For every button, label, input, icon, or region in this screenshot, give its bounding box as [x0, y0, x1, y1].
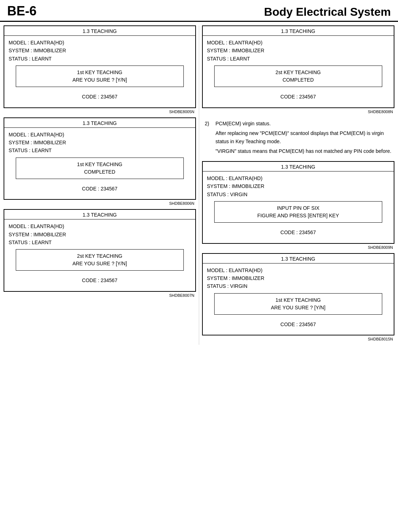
panel-mid-right: 1.3 TEACHING MODEL : ELANTRA(HD) SYSTEM … — [202, 161, 395, 252]
desc-item: 2) PCM(ECM) virgin status. — [205, 120, 393, 128]
code-8008: CODE : 234567 — [207, 90, 390, 104]
screen-body-8006: MODEL : ELANTRA(HD) SYSTEM : IMMOBILIZER… — [4, 128, 195, 199]
screen-header-8006: 1.3 TEACHING — [4, 118, 195, 128]
screen-body-8005: MODEL : ELANTRA(HD) SYSTEM : IMMOBILIZER… — [4, 36, 195, 107]
ref-8005: SHDBE8005N — [4, 109, 196, 116]
screen-box-8007: 1.3 TEACHING MODEL : ELANTRA(HD) SYSTEM … — [4, 209, 196, 292]
inner-box-8006: 1st KEY TEACHING COMPLETED — [16, 158, 184, 179]
code-8009: CODE : 234567 — [207, 226, 390, 240]
description-section: 2) PCM(ECM) virgin status. After replaci… — [202, 117, 395, 161]
screen-box-8006: 1.3 TEACHING MODEL : ELANTRA(HD) SYSTEM … — [4, 117, 196, 200]
code-8007: CODE : 234567 — [9, 274, 191, 288]
panel-top-left: 1.3 TEACHING MODEL : ELANTRA(HD) SYSTEM … — [4, 25, 196, 116]
system-8015: SYSTEM : IMMOBILIZER — [207, 274, 390, 282]
left-column: 1.3 TEACHING MODEL : ELANTRA(HD) SYSTEM … — [4, 25, 199, 345]
code-8005: CODE : 234567 — [9, 90, 191, 104]
status-8007: STATUS : LEARNT — [9, 238, 191, 246]
system-8007: SYSTEM : IMMOBILIZER — [9, 231, 191, 238]
status-8008: STATUS : LEARNT — [207, 55, 390, 63]
inner-line1-8009: INPUT PIN OF SIX — [217, 204, 380, 212]
system-8005: SYSTEM : IMMOBILIZER — [9, 47, 191, 54]
status-8015: STATUS : VIRGIN — [207, 282, 390, 290]
panel-bot-right: 1.3 TEACHING MODEL : ELANTRA(HD) SYSTEM … — [202, 253, 395, 344]
inner-line2-8015: ARE YOU SURE ? [Y/N] — [217, 304, 380, 311]
model-8006: MODEL : ELANTRA(HD) — [9, 131, 191, 139]
inner-line1-8006: 1st KEY TEACHING — [18, 161, 181, 168]
main-content: 1.3 TEACHING MODEL : ELANTRA(HD) SYSTEM … — [0, 22, 398, 345]
code-8015: CODE : 234567 — [207, 318, 390, 332]
inner-line1-8007: 2st KEY TEACHING — [18, 252, 181, 260]
desc-text2: After replacing new "PCM(ECM)" scantool … — [205, 129, 393, 146]
model-8005: MODEL : ELANTRA(HD) — [9, 39, 191, 47]
status-8006: STATUS : LEARNT — [9, 146, 191, 154]
screen-header-8007: 1.3 TEACHING — [4, 210, 195, 219]
model-8008: MODEL : ELANTRA(HD) — [207, 39, 390, 47]
screen-header-8008: 1.3 TEACHING — [203, 26, 394, 36]
code-8006: CODE : 234567 — [9, 182, 191, 196]
desc-item-num: 2) — [205, 120, 216, 128]
system-8008: SYSTEM : IMMOBILIZER — [207, 47, 390, 54]
inner-line1-8005: 1st KEY TEACHING — [18, 69, 181, 76]
inner-line2-8007: ARE YOU SURE ? [Y/N] — [18, 260, 181, 267]
ref-8008: SHDBE8008N — [202, 109, 395, 116]
right-column: 1.3 TEACHING MODEL : ELANTRA(HD) SYSTEM … — [199, 25, 395, 345]
panel-bot-left: 1.3 TEACHING MODEL : ELANTRA(HD) SYSTEM … — [4, 209, 196, 300]
inner-box-8005: 1st KEY TEACHING ARE YOU SURE ? [Y/N] — [16, 66, 184, 87]
status-8009: STATUS : VIRGIN — [207, 190, 390, 198]
panel-mid-left: 1.3 TEACHING MODEL : ELANTRA(HD) SYSTEM … — [4, 117, 196, 208]
model-8015: MODEL : ELANTRA(HD) — [207, 266, 390, 274]
ref-8015: SHDBE8015N — [202, 336, 395, 343]
panel-top-right: 1.3 TEACHING MODEL : ELANTRA(HD) SYSTEM … — [202, 25, 395, 116]
page-header: BE-6 Body Electrical System — [0, 0, 398, 22]
screen-header-8015: 1.3 TEACHING — [203, 254, 394, 263]
desc-text3: "VIRGIN" status means that PCM(ECM) has … — [205, 147, 393, 155]
screen-box-8015: 1.3 TEACHING MODEL : ELANTRA(HD) SYSTEM … — [202, 253, 395, 336]
screen-body-8015: MODEL : ELANTRA(HD) SYSTEM : IMMOBILIZER… — [203, 263, 394, 335]
ref-8007: SHDBE8007N — [4, 292, 196, 300]
system-8009: SYSTEM : IMMOBILIZER — [207, 182, 390, 190]
inner-box-8009: INPUT PIN OF SIX FIGURE AND PRESS [ENTER… — [214, 201, 383, 223]
screen-body-8007: MODEL : ELANTRA(HD) SYSTEM : IMMOBILIZER… — [4, 219, 195, 291]
inner-line2-8009: FIGURE AND PRESS [ENTER] KEY — [217, 212, 380, 219]
screen-box-8005: 1.3 TEACHING MODEL : ELANTRA(HD) SYSTEM … — [4, 25, 196, 108]
desc-text1: PCM(ECM) virgin status. — [216, 120, 271, 128]
inner-line1-8015: 1st KEY TEACHING — [217, 296, 380, 304]
screen-header-8005: 1.3 TEACHING — [4, 26, 195, 36]
page-title: Body Electrical System — [264, 5, 391, 19]
inner-box-8015: 1st KEY TEACHING ARE YOU SURE ? [Y/N] — [214, 293, 383, 315]
page-id: BE-6 — [7, 4, 37, 19]
inner-box-8007: 2st KEY TEACHING ARE YOU SURE ? [Y/N] — [16, 249, 184, 271]
inner-line2-8005: ARE YOU SURE ? [Y/N] — [18, 76, 181, 84]
ref-8006: SHDBE8006N — [4, 200, 196, 208]
screen-body-8008: MODEL : ELANTRA(HD) SYSTEM : IMMOBILIZER… — [203, 36, 394, 107]
inner-box-8008: 2st KEY TEACHING COMPLETED — [214, 66, 383, 87]
status-8005: STATUS : LEARNT — [9, 55, 191, 63]
inner-line2-8006: COMPLETED — [18, 168, 181, 176]
screen-body-8009: MODEL : ELANTRA(HD) SYSTEM : IMMOBILIZER… — [203, 171, 394, 243]
screen-header-8009: 1.3 TEACHING — [203, 162, 394, 171]
screen-box-8009: 1.3 TEACHING MODEL : ELANTRA(HD) SYSTEM … — [202, 161, 395, 244]
ref-8009: SHDBE8009N — [202, 245, 395, 252]
inner-line1-8008: 2st KEY TEACHING — [217, 69, 380, 76]
screen-box-8008: 1.3 TEACHING MODEL : ELANTRA(HD) SYSTEM … — [202, 25, 395, 108]
system-8006: SYSTEM : IMMOBILIZER — [9, 139, 191, 146]
model-8007: MODEL : ELANTRA(HD) — [9, 222, 191, 230]
inner-line2-8008: COMPLETED — [217, 76, 380, 84]
model-8009: MODEL : ELANTRA(HD) — [207, 174, 390, 182]
